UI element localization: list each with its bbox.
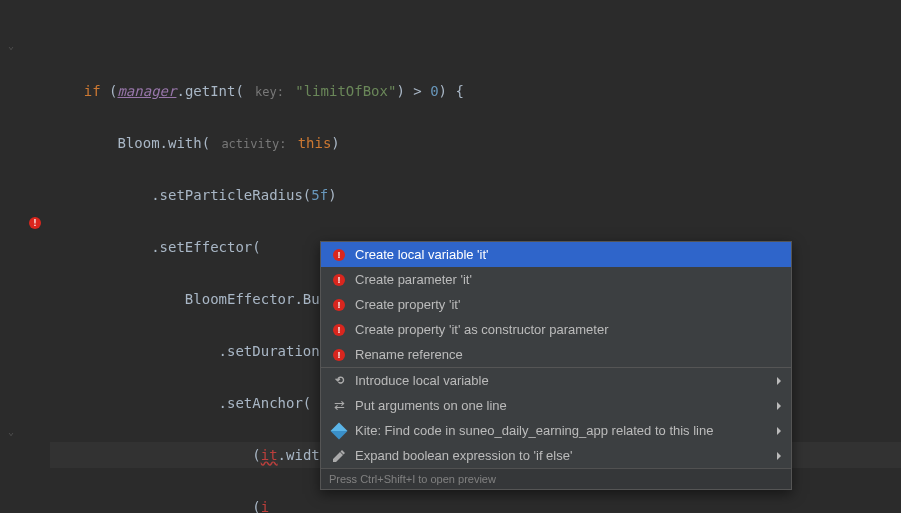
fold-chevron-icon[interactable]: ⌄	[8, 426, 14, 437]
submenu-arrow-icon	[777, 452, 781, 460]
gutter: ⌄ ⌄	[0, 0, 50, 513]
code-line: .setParticleRadius(5f)	[50, 182, 901, 208]
popup-item-label: Expand boolean expression to 'if else'	[355, 448, 777, 463]
action-introduce-local-variable[interactable]: ⟲ Introduce local variable	[321, 368, 791, 393]
bulb-error-icon	[331, 322, 347, 338]
bulb-error-icon	[331, 272, 347, 288]
action-create-property[interactable]: Create property 'it'	[321, 292, 791, 317]
submenu-arrow-icon	[777, 402, 781, 410]
action-expand-boolean[interactable]: Expand boolean expression to 'if else'	[321, 443, 791, 468]
popup-item-label: Introduce local variable	[355, 373, 777, 388]
bulb-error-icon	[331, 297, 347, 313]
refactor-icon: ⟲	[331, 373, 347, 389]
code-line: Bloom.with( activity: this)	[50, 130, 901, 156]
popup-item-label: Put arguments on one line	[355, 398, 777, 413]
popup-item-label: Kite: Find code in suneo_daily_earning_a…	[355, 423, 777, 438]
bulb-error-icon	[331, 247, 347, 263]
popup-item-label: Create property 'it'	[355, 297, 781, 312]
action-create-local-variable[interactable]: Create local variable 'it'	[321, 242, 791, 267]
intention-popup: Create local variable 'it' Create parame…	[320, 241, 792, 490]
fold-chevron-icon[interactable]: ⌄	[8, 40, 14, 51]
code-line: if (manager.getInt( key: "limitOfBox") >…	[50, 78, 901, 104]
error-bulb-icon[interactable]	[28, 216, 42, 230]
code-line: (i	[50, 494, 901, 513]
popup-item-label: Create property 'it' as constructor para…	[355, 322, 781, 337]
error-token: it	[261, 447, 278, 463]
code-line	[50, 26, 901, 52]
popup-item-label: Create parameter 'it'	[355, 272, 781, 287]
bulb-error-icon	[331, 347, 347, 363]
popup-footer: Press Ctrl+Shift+I to open preview	[321, 468, 791, 489]
submenu-arrow-icon	[777, 427, 781, 435]
arrows-icon: ⇄	[331, 398, 347, 414]
action-create-parameter[interactable]: Create parameter 'it'	[321, 267, 791, 292]
popup-item-label: Create local variable 'it'	[355, 247, 781, 262]
popup-item-label: Rename reference	[355, 347, 781, 362]
pencil-icon	[331, 448, 347, 464]
action-kite-find-code[interactable]: Kite: Find code in suneo_daily_earning_a…	[321, 418, 791, 443]
error-token: i	[261, 499, 269, 513]
kite-icon	[331, 423, 347, 439]
action-put-arguments-one-line[interactable]: ⇄ Put arguments on one line	[321, 393, 791, 418]
action-rename-reference[interactable]: Rename reference	[321, 342, 791, 367]
action-create-property-constructor[interactable]: Create property 'it' as constructor para…	[321, 317, 791, 342]
submenu-arrow-icon	[777, 377, 781, 385]
